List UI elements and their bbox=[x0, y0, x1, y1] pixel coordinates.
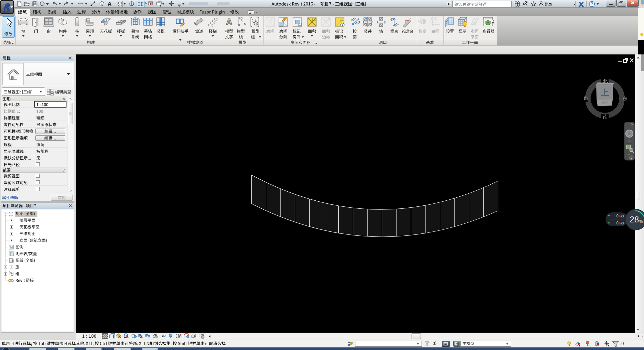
svg-text:.1: .1 bbox=[419, 17, 421, 20]
svg-text:A: A bbox=[108, 1, 112, 7]
svg-text:K/s: K/s bbox=[619, 221, 624, 225]
svg-text:28: 28 bbox=[630, 215, 639, 224]
svg-text:1: 1 bbox=[299, 23, 301, 25]
svg-text:A: A bbox=[226, 17, 232, 27]
svg-text:1: 1 bbox=[101, 2, 103, 5]
svg-text:0: 0 bbox=[616, 221, 619, 225]
svg-text:1: 1 bbox=[342, 24, 343, 26]
svg-text:?: ? bbox=[591, 2, 593, 6]
svg-text:K/s: K/s bbox=[619, 214, 624, 218]
svg-text:0: 0 bbox=[616, 214, 619, 218]
svg-text:%: % bbox=[639, 219, 643, 223]
